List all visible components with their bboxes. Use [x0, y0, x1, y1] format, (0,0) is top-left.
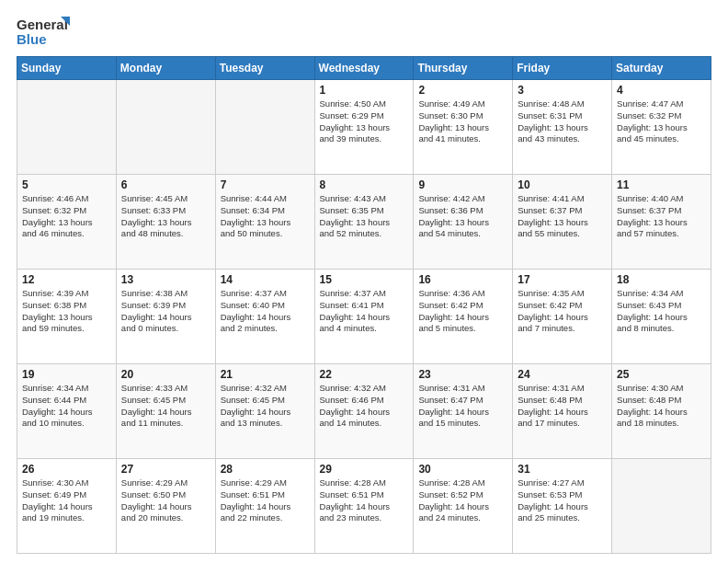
day-number: 8 [320, 178, 409, 191]
day-number: 30 [418, 463, 507, 476]
day-number: 7 [221, 178, 310, 191]
week-row-3: 19Sunrise: 4:34 AM Sunset: 6:44 PM Dayli… [17, 364, 711, 459]
day-info: Sunrise: 4:45 AM Sunset: 6:33 PM Dayligh… [121, 193, 210, 240]
weekday-saturday: Saturday [612, 57, 711, 80]
day-number: 14 [221, 273, 310, 286]
week-row-0: 1Sunrise: 4:50 AM Sunset: 6:29 PM Daylig… [17, 80, 711, 175]
day-info: Sunrise: 4:44 AM Sunset: 6:34 PM Dayligh… [221, 193, 310, 240]
day-number: 18 [617, 273, 706, 286]
calendar-cell: 12Sunrise: 4:39 AM Sunset: 6:38 PM Dayli… [17, 270, 117, 364]
day-info: Sunrise: 4:31 AM Sunset: 6:48 PM Dayligh… [518, 383, 607, 430]
day-info: Sunrise: 4:37 AM Sunset: 6:40 PM Dayligh… [221, 288, 310, 335]
day-number: 23 [418, 368, 507, 381]
day-number: 25 [617, 368, 706, 381]
calendar-cell [116, 80, 215, 175]
calendar-cell: 14Sunrise: 4:37 AM Sunset: 6:40 PM Dayli… [215, 270, 314, 364]
weekday-monday: Monday [116, 57, 215, 80]
day-number: 19 [22, 368, 111, 381]
calendar-cell: 28Sunrise: 4:29 AM Sunset: 6:51 PM Dayli… [215, 459, 314, 554]
logo-svg: GeneralBlue [17, 15, 72, 47]
day-info: Sunrise: 4:32 AM Sunset: 6:46 PM Dayligh… [320, 383, 409, 430]
calendar-cell: 6Sunrise: 4:45 AM Sunset: 6:33 PM Daylig… [116, 175, 215, 270]
day-number: 21 [221, 368, 310, 381]
day-number: 24 [518, 368, 607, 381]
calendar-cell: 3Sunrise: 4:48 AM Sunset: 6:31 PM Daylig… [513, 80, 612, 175]
page: GeneralBlue SundayMondayTuesdayWednesday… [0, 0, 728, 563]
day-info: Sunrise: 4:38 AM Sunset: 6:39 PM Dayligh… [121, 288, 210, 335]
day-number: 26 [22, 463, 111, 476]
calendar-cell: 21Sunrise: 4:32 AM Sunset: 6:45 PM Dayli… [215, 364, 314, 459]
day-info: Sunrise: 4:40 AM Sunset: 6:37 PM Dayligh… [617, 193, 706, 240]
calendar-cell: 30Sunrise: 4:28 AM Sunset: 6:52 PM Dayli… [414, 459, 513, 554]
calendar-cell: 9Sunrise: 4:42 AM Sunset: 6:36 PM Daylig… [414, 175, 513, 270]
day-info: Sunrise: 4:46 AM Sunset: 6:32 PM Dayligh… [22, 193, 111, 240]
day-info: Sunrise: 4:49 AM Sunset: 6:30 PM Dayligh… [418, 98, 507, 145]
calendar-cell: 7Sunrise: 4:44 AM Sunset: 6:34 PM Daylig… [215, 175, 314, 270]
day-number: 4 [617, 84, 706, 97]
day-info: Sunrise: 4:41 AM Sunset: 6:37 PM Dayligh… [518, 193, 607, 240]
day-info: Sunrise: 4:47 AM Sunset: 6:32 PM Dayligh… [617, 98, 706, 145]
calendar-cell: 1Sunrise: 4:50 AM Sunset: 6:29 PM Daylig… [314, 80, 414, 175]
logo: GeneralBlue [17, 15, 72, 47]
day-info: Sunrise: 4:35 AM Sunset: 6:42 PM Dayligh… [518, 288, 607, 335]
weekday-tuesday: Tuesday [215, 57, 314, 80]
weekday-header-row: SundayMondayTuesdayWednesdayThursdayFrid… [17, 57, 711, 80]
calendar-cell [612, 459, 711, 554]
calendar-cell: 11Sunrise: 4:40 AM Sunset: 6:37 PM Dayli… [612, 175, 711, 270]
day-number: 22 [320, 368, 409, 381]
calendar-cell: 10Sunrise: 4:41 AM Sunset: 6:37 PM Dayli… [513, 175, 612, 270]
calendar-cell: 4Sunrise: 4:47 AM Sunset: 6:32 PM Daylig… [612, 80, 711, 175]
day-number: 31 [518, 463, 607, 476]
day-number: 17 [518, 273, 607, 286]
day-info: Sunrise: 4:36 AM Sunset: 6:42 PM Dayligh… [418, 288, 507, 335]
day-number: 2 [418, 84, 507, 97]
calendar-cell: 20Sunrise: 4:33 AM Sunset: 6:45 PM Dayli… [116, 364, 215, 459]
calendar-cell: 8Sunrise: 4:43 AM Sunset: 6:35 PM Daylig… [314, 175, 414, 270]
week-row-4: 26Sunrise: 4:30 AM Sunset: 6:49 PM Dayli… [17, 459, 711, 554]
weekday-wednesday: Wednesday [314, 57, 414, 80]
calendar-cell: 16Sunrise: 4:36 AM Sunset: 6:42 PM Dayli… [414, 270, 513, 364]
day-info: Sunrise: 4:27 AM Sunset: 6:53 PM Dayligh… [518, 477, 607, 524]
calendar-cell: 25Sunrise: 4:30 AM Sunset: 6:48 PM Dayli… [612, 364, 711, 459]
weekday-sunday: Sunday [17, 57, 117, 80]
calendar-cell [215, 80, 314, 175]
day-number: 16 [418, 273, 507, 286]
calendar-cell: 19Sunrise: 4:34 AM Sunset: 6:44 PM Dayli… [17, 364, 117, 459]
calendar-cell: 5Sunrise: 4:46 AM Sunset: 6:32 PM Daylig… [17, 175, 117, 270]
day-info: Sunrise: 4:50 AM Sunset: 6:29 PM Dayligh… [320, 98, 409, 145]
day-info: Sunrise: 4:29 AM Sunset: 6:51 PM Dayligh… [221, 477, 310, 524]
day-number: 20 [121, 368, 210, 381]
calendar-cell: 23Sunrise: 4:31 AM Sunset: 6:47 PM Dayli… [414, 364, 513, 459]
day-info: Sunrise: 4:30 AM Sunset: 6:49 PM Dayligh… [22, 477, 111, 524]
week-row-1: 5Sunrise: 4:46 AM Sunset: 6:32 PM Daylig… [17, 175, 711, 270]
day-info: Sunrise: 4:43 AM Sunset: 6:35 PM Dayligh… [320, 193, 409, 240]
day-info: Sunrise: 4:32 AM Sunset: 6:45 PM Dayligh… [221, 383, 310, 430]
day-info: Sunrise: 4:34 AM Sunset: 6:44 PM Dayligh… [22, 383, 111, 430]
week-row-2: 12Sunrise: 4:39 AM Sunset: 6:38 PM Dayli… [17, 270, 711, 364]
calendar-cell: 27Sunrise: 4:29 AM Sunset: 6:50 PM Dayli… [116, 459, 215, 554]
day-info: Sunrise: 4:30 AM Sunset: 6:48 PM Dayligh… [617, 383, 706, 430]
calendar-cell: 17Sunrise: 4:35 AM Sunset: 6:42 PM Dayli… [513, 270, 612, 364]
calendar-cell: 2Sunrise: 4:49 AM Sunset: 6:30 PM Daylig… [414, 80, 513, 175]
day-info: Sunrise: 4:48 AM Sunset: 6:31 PM Dayligh… [518, 98, 607, 145]
day-info: Sunrise: 4:29 AM Sunset: 6:50 PM Dayligh… [121, 477, 210, 524]
svg-text:General: General [17, 17, 68, 32]
day-number: 27 [121, 463, 210, 476]
day-info: Sunrise: 4:31 AM Sunset: 6:47 PM Dayligh… [418, 383, 507, 430]
calendar-cell: 29Sunrise: 4:28 AM Sunset: 6:51 PM Dayli… [314, 459, 414, 554]
day-info: Sunrise: 4:28 AM Sunset: 6:52 PM Dayligh… [418, 477, 507, 524]
calendar-cell: 24Sunrise: 4:31 AM Sunset: 6:48 PM Dayli… [513, 364, 612, 459]
calendar-table: SundayMondayTuesdayWednesdayThursdayFrid… [17, 56, 711, 554]
day-info: Sunrise: 4:33 AM Sunset: 6:45 PM Dayligh… [121, 383, 210, 430]
day-number: 13 [121, 273, 210, 286]
day-info: Sunrise: 4:42 AM Sunset: 6:36 PM Dayligh… [418, 193, 507, 240]
calendar-cell: 15Sunrise: 4:37 AM Sunset: 6:41 PM Dayli… [314, 270, 414, 364]
day-number: 29 [320, 463, 409, 476]
day-number: 15 [320, 273, 409, 286]
calendar-cell: 22Sunrise: 4:32 AM Sunset: 6:46 PM Dayli… [314, 364, 414, 459]
day-number: 12 [22, 273, 111, 286]
day-number: 9 [418, 178, 507, 191]
day-info: Sunrise: 4:28 AM Sunset: 6:51 PM Dayligh… [320, 477, 409, 524]
calendar-cell [17, 80, 117, 175]
weekday-thursday: Thursday [414, 57, 513, 80]
